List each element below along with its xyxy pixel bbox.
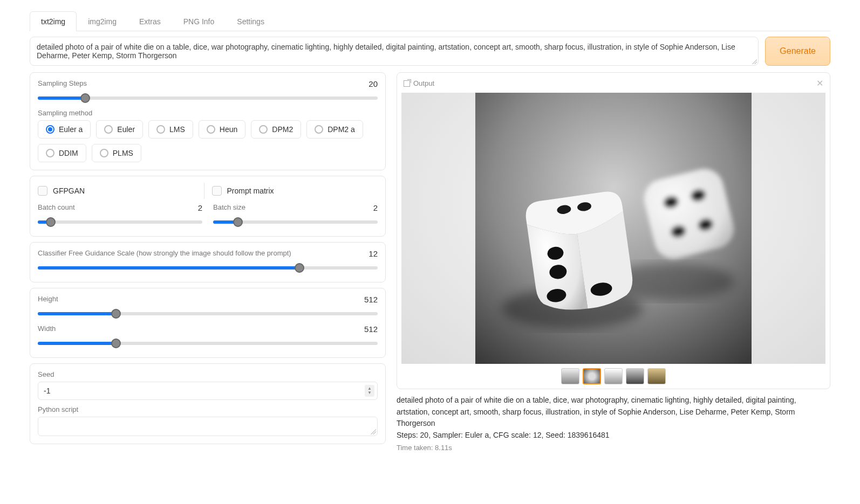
thumbnail-4[interactable] (647, 368, 666, 384)
tab-img2img[interactable]: img2img (77, 11, 128, 31)
thumbnail-2[interactable] (604, 368, 623, 384)
radio-euler[interactable]: Euler (96, 120, 143, 139)
width-label: Width (38, 325, 56, 334)
generate-button[interactable]: Generate (765, 37, 830, 66)
dimensions-group: Height 512 Width 512 (30, 288, 386, 358)
radio-euler-a[interactable]: Euler a (38, 120, 91, 139)
seed-input[interactable]: -1 (38, 382, 378, 400)
radio-dpm2[interactable]: DPM2 (251, 120, 301, 139)
script-label: Python script (38, 405, 378, 413)
sampling-steps-value: 20 (368, 79, 378, 88)
cfg-slider[interactable] (38, 261, 378, 274)
radio-plms[interactable]: PLMS (92, 144, 141, 162)
options-group: GFPGAN Prompt matrix Batch count 2 (30, 176, 386, 237)
thumbnail-3[interactable] (626, 368, 644, 384)
width-slider[interactable] (38, 337, 378, 350)
output-time: Time taken: 8.11s (397, 443, 830, 453)
sampling-method-radios: Euler a Euler LMS Heun DPM2 DPM2 a DDIM … (38, 120, 378, 162)
tab-bar: txt2img img2img Extras PNG Info Settings (30, 11, 830, 31)
radio-ddim[interactable]: DDIM (38, 144, 86, 162)
tab-settings[interactable]: Settings (226, 11, 276, 31)
sampling-steps-slider[interactable] (38, 92, 378, 105)
prompt-matrix-checkbox[interactable]: Prompt matrix (204, 183, 378, 199)
gfpgan-checkbox[interactable]: GFPGAN (38, 183, 204, 199)
close-icon[interactable]: ✕ (816, 78, 823, 88)
tab-pnginfo[interactable]: PNG Info (172, 11, 226, 31)
prompt-input[interactable]: detailed photo of a pair of white die on… (30, 37, 759, 66)
height-slider[interactable] (38, 307, 378, 320)
output-panel: Output ✕ (397, 72, 830, 389)
radio-dpm2a[interactable]: DPM2 a (306, 120, 363, 139)
thumbnail-1[interactable] (583, 368, 601, 384)
sampling-steps-label: Sampling Steps (38, 79, 87, 88)
cfg-value: 12 (368, 249, 378, 258)
width-value: 512 (364, 325, 378, 334)
script-input[interactable] (38, 417, 378, 436)
height-label: Height (38, 295, 58, 304)
tab-txt2img[interactable]: txt2img (30, 11, 77, 31)
cfg-label: Classifier Free Guidance Scale (how stro… (38, 249, 291, 258)
seed-label: Seed (38, 370, 378, 378)
sampling-method-label: Sampling method (38, 109, 378, 117)
output-prompt-echo: detailed photo of a pair of white die on… (397, 395, 830, 430)
radio-lms[interactable]: LMS (148, 120, 193, 139)
batch-size-value: 2 (373, 203, 378, 212)
batch-size-slider[interactable] (213, 216, 378, 229)
output-label: Output (413, 79, 434, 87)
cfg-group: Classifier Free Guidance Scale (how stro… (30, 242, 386, 282)
batch-count-label: Batch count (38, 203, 75, 212)
seed-stepper[interactable]: ▲▼ (365, 385, 374, 397)
tab-extras[interactable]: Extras (128, 11, 172, 31)
batch-count-value: 2 (198, 203, 202, 212)
batch-count-slider[interactable] (38, 216, 202, 229)
sampling-group: Sampling Steps 20 Sampling method Euler … (30, 72, 386, 170)
output-thumbnails (401, 368, 825, 384)
output-preview[interactable] (401, 93, 825, 364)
radio-heun[interactable]: Heun (199, 120, 245, 139)
output-meta: Steps: 20, Sampler: Euler a, CFG scale: … (397, 430, 830, 441)
expand-icon[interactable] (404, 80, 410, 87)
seed-script-group: Seed -1 ▲▼ Python script (30, 363, 386, 444)
batch-size-label: Batch size (213, 203, 245, 212)
thumbnail-0[interactable] (561, 368, 579, 384)
height-value: 512 (364, 295, 378, 304)
